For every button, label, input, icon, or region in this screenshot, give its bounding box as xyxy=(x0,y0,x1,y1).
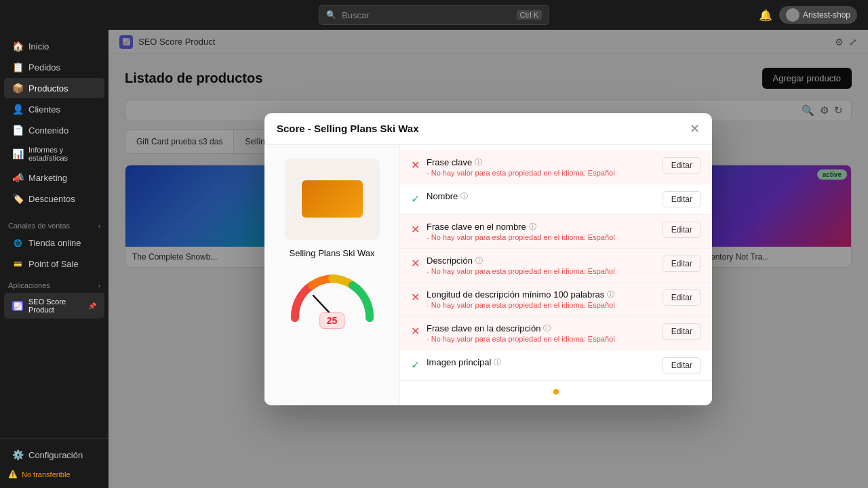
modal-overlay: Score - Selling Plans Ski Wax ✕ Selling … xyxy=(108,30,868,488)
sidebar-label-inicio: Inicio xyxy=(28,41,49,52)
seo-help-icon-3[interactable]: ⓘ xyxy=(475,256,483,266)
store-badge[interactable]: Aristest-shop xyxy=(779,6,857,24)
seo-help-icon-6[interactable]: ⓘ xyxy=(494,357,501,367)
seo-help-icon-0[interactable]: ⓘ xyxy=(475,157,482,167)
seo-row-nombre: ✓ Nombre ⓘ Editar xyxy=(400,184,712,215)
clients-icon: 👤 xyxy=(12,104,23,115)
seo-pass-icon-1: ✓ xyxy=(411,192,420,205)
sidebar-item-inicio[interactable]: 🏠 Inicio xyxy=(4,36,104,56)
sidebar-label-productos: Productos xyxy=(28,83,68,94)
seo-help-icon-1[interactable]: ⓘ xyxy=(460,191,468,201)
seo-help-icon-4[interactable]: ⓘ xyxy=(607,289,614,300)
modal-product-name: Selling Plans Ski Wax xyxy=(290,248,375,258)
sidebar-item-productos[interactable]: 📦 Productos xyxy=(4,78,104,98)
discounts-icon: 🏷️ xyxy=(12,193,23,204)
canales-section: Canales de ventas › xyxy=(0,215,108,232)
reports-icon: 📊 xyxy=(12,148,23,159)
no-transfer-label: ⚠️ No transferible xyxy=(0,466,108,483)
seo-sublabel-5: - No hay valor para esta propiedad en el… xyxy=(427,335,656,343)
sidebar-item-pedidos[interactable]: 📋 Pedidos xyxy=(4,57,104,77)
apps-arrow[interactable]: › xyxy=(98,282,100,289)
seo-row-imagen-principal: ✓ Imagen principal ⓘ Editar xyxy=(400,350,712,381)
seo-label-0: Frase clave ⓘ xyxy=(427,157,656,167)
seo-edit-button-0[interactable]: Editar xyxy=(663,157,701,174)
sidebar-item-marketing[interactable]: 📣 Marketing xyxy=(4,167,104,188)
modal-close-button[interactable]: ✕ xyxy=(690,123,700,135)
sidebar-item-pos[interactable]: 💳 Point of Sale xyxy=(4,254,104,274)
gauge-score: 25 xyxy=(319,312,345,329)
seo-label-5: Frase clave en la descripción ⓘ xyxy=(427,323,656,333)
product-wax-image xyxy=(302,180,363,218)
sidebar-item-tienda-online[interactable]: 🌐 Tienda online xyxy=(4,233,104,253)
seo-edit-button-2[interactable]: Editar xyxy=(663,222,701,238)
seo-fail-icon-4: ✕ xyxy=(411,291,420,304)
seo-info-3: Descripción ⓘ - No hay valor para esta p… xyxy=(427,256,656,275)
sidebar-label-informes: Informes y estadísticas xyxy=(28,146,96,162)
modal-right-panel: ✕ Frase clave ⓘ - No hay valor para esta… xyxy=(400,145,712,405)
sidebar-item-descuentos[interactable]: 🏷️ Descuentos xyxy=(4,188,104,209)
scroll-indicator xyxy=(400,381,712,400)
sidebar-item-configuracion[interactable]: ⚙️ Configuración xyxy=(4,445,104,465)
sidebar-item-seo-score-product[interactable]: 📈 SEO Score Product 📌 xyxy=(4,293,104,319)
main-content: 📈 SEO Score Product ⚙ ⤢ Listado de produ… xyxy=(108,30,868,488)
seo-help-icon-5[interactable]: ⓘ xyxy=(543,323,551,333)
seo-edit-button-5[interactable]: Editar xyxy=(663,323,701,340)
home-icon: 🏠 xyxy=(12,41,23,52)
seo-help-icon-2[interactable]: ⓘ xyxy=(529,222,536,232)
marketing-icon: 📣 xyxy=(12,172,23,183)
modal-title: Score - Selling Plans Ski Wax xyxy=(277,123,419,134)
seo-pin-icon: 📌 xyxy=(88,302,96,310)
sidebar-label-descuentos: Descuentos xyxy=(28,194,75,204)
seo-fail-icon-3: ✕ xyxy=(411,257,420,270)
seo-row-frase-clave: ✕ Frase clave ⓘ - No hay valor para esta… xyxy=(400,150,712,184)
seo-sublabel-2: - No hay valor para esta propiedad en el… xyxy=(427,233,656,241)
seo-fail-icon-5: ✕ xyxy=(411,325,420,338)
seo-label-4: Longitud de descripción mínimo 100 palab… xyxy=(427,289,656,300)
seo-edit-button-3[interactable]: Editar xyxy=(663,256,701,272)
seo-label-2: Frase clave en el nombre ⓘ xyxy=(427,222,656,232)
settings-icon: ⚙️ xyxy=(12,449,23,460)
canales-arrow[interactable]: › xyxy=(98,222,100,230)
sidebar-label-clientes: Clientes xyxy=(28,104,60,115)
sidebar-item-contenido[interactable]: 📄 Contenido xyxy=(4,120,104,140)
seo-info-2: Frase clave en el nombre ⓘ - No hay valo… xyxy=(427,222,656,241)
seo-label-1: Nombre ⓘ xyxy=(427,191,656,201)
scroll-dot xyxy=(553,389,559,394)
store-avatar xyxy=(786,8,800,22)
seo-sublabel-3: - No hay valor para esta propiedad en el… xyxy=(427,267,656,275)
products-icon: 📦 xyxy=(12,83,23,94)
seo-row-longitud: ✕ Longitud de descripción mínimo 100 pal… xyxy=(400,283,712,317)
seo-modal: Score - Selling Plans Ski Wax ✕ Selling … xyxy=(264,113,712,405)
seo-app-icon: 📈 xyxy=(12,301,23,311)
sidebar-item-informes[interactable]: 📊 Informes y estadísticas xyxy=(4,141,104,167)
orders-icon: 📋 xyxy=(12,62,23,73)
product-image-box xyxy=(285,159,380,240)
sidebar-bottom: ⚙️ Configuración ⚠️ No transferible xyxy=(0,438,108,488)
seo-sublabel-4: - No hay valor para esta propiedad en el… xyxy=(427,301,656,309)
seo-edit-button-4[interactable]: Editar xyxy=(663,289,701,306)
seo-info-6: Imagen principal ⓘ xyxy=(427,357,656,367)
seo-edit-button-6[interactable]: Editar xyxy=(663,357,701,373)
search-shortcut: Ctrl K xyxy=(517,10,542,20)
topbar: 🔍 Buscar Ctrl K 🔔 Aristest-shop xyxy=(0,0,868,30)
topbar-right: 🔔 Aristest-shop xyxy=(759,6,857,24)
seo-fail-icon-2: ✕ xyxy=(411,223,420,236)
sidebar-label-tienda-online: Tienda online xyxy=(28,238,81,248)
seo-label-6: Imagen principal ⓘ xyxy=(427,357,656,367)
search-box[interactable]: 🔍 Buscar Ctrl K xyxy=(319,5,549,25)
seo-info-4: Longitud de descripción mínimo 100 palab… xyxy=(427,289,656,309)
sidebar-item-clientes[interactable]: 👤 Clientes xyxy=(4,99,104,119)
apps-section: Aplicaciones › xyxy=(0,274,108,292)
seo-row-frase-clave-descripcion: ✕ Frase clave en la descripción ⓘ - No h… xyxy=(400,317,712,350)
sidebar-label-marketing: Marketing xyxy=(28,173,67,183)
sidebar-label-pos: Point of Sale xyxy=(28,259,79,269)
content-icon: 📄 xyxy=(12,125,23,136)
seo-sublabel-0: - No hay valor para esta propiedad en el… xyxy=(427,169,656,177)
modal-body: Selling Plans Ski Wax xyxy=(264,145,712,405)
search-icon: 🔍 xyxy=(326,10,336,20)
seo-info-5: Frase clave en la descripción ⓘ - No hay… xyxy=(427,323,656,343)
bell-icon[interactable]: 🔔 xyxy=(759,9,772,22)
warning-icon: ⚠️ xyxy=(8,470,18,479)
store-icon: 🌐 xyxy=(12,239,23,247)
seo-edit-button-1[interactable]: Editar xyxy=(663,191,701,207)
